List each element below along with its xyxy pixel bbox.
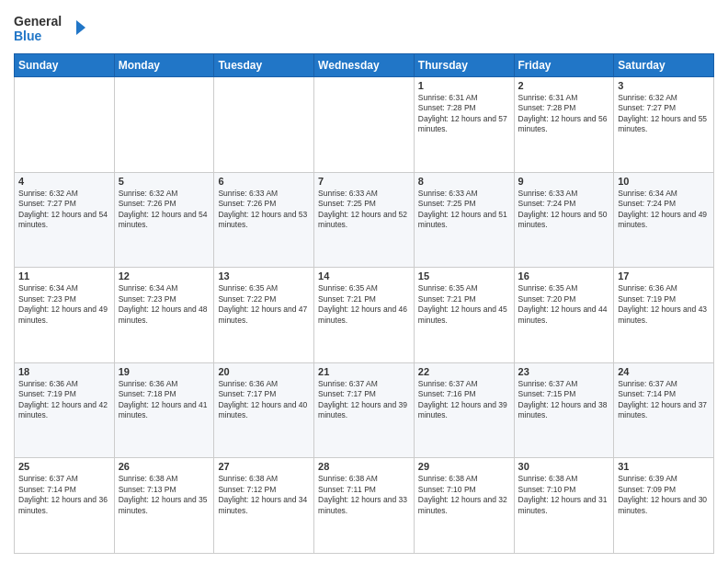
calendar-day-cell: 6Sunrise: 6:33 AM Sunset: 7:26 PM Daylig… [214, 172, 314, 268]
day-info: Sunrise: 6:32 AM Sunset: 7:26 PM Dayligh… [119, 189, 210, 231]
day-number: 12 [119, 270, 210, 282]
day-info: Sunrise: 6:33 AM Sunset: 7:25 PM Dayligh… [418, 189, 510, 231]
day-number: 7 [318, 176, 410, 187]
day-info: Sunrise: 6:31 AM Sunset: 7:28 PM Dayligh… [518, 93, 610, 135]
day-number: 17 [618, 270, 710, 282]
day-number: 22 [418, 366, 510, 377]
day-info: Sunrise: 6:34 AM Sunset: 7:23 PM Dayligh… [18, 283, 110, 326]
day-number: 19 [119, 366, 210, 377]
calendar-week-row: 1Sunrise: 6:31 AM Sunset: 7:28 PM Daylig… [15, 77, 714, 173]
logo-svg: General Blue [14, 9, 87, 46]
day-number: 25 [18, 461, 110, 472]
calendar-table: SundayMondayTuesdayWednesdayThursdayFrid… [14, 53, 714, 554]
calendar-day-cell: 12Sunrise: 6:34 AM Sunset: 7:23 PM Dayli… [114, 268, 214, 363]
day-info: Sunrise: 6:37 AM Sunset: 7:17 PM Dayligh… [318, 379, 410, 421]
calendar-day-cell: 21Sunrise: 6:37 AM Sunset: 7:17 PM Dayli… [314, 362, 415, 458]
day-info: Sunrise: 6:37 AM Sunset: 7:16 PM Dayligh… [418, 379, 510, 421]
calendar-day-cell: 13Sunrise: 6:35 AM Sunset: 7:22 PM Dayli… [214, 268, 314, 363]
calendar-day-cell: 29Sunrise: 6:38 AM Sunset: 7:10 PM Dayli… [414, 458, 514, 554]
day-info: Sunrise: 6:38 AM Sunset: 7:10 PM Dayligh… [418, 474, 510, 516]
day-number: 31 [618, 461, 710, 472]
day-number: 8 [418, 176, 510, 187]
calendar-day-cell: 15Sunrise: 6:35 AM Sunset: 7:21 PM Dayli… [414, 268, 514, 363]
day-number: 13 [218, 270, 310, 282]
calendar-day-cell: 31Sunrise: 6:39 AM Sunset: 7:09 PM Dayli… [614, 458, 714, 554]
day-info: Sunrise: 6:37 AM Sunset: 7:15 PM Dayligh… [518, 379, 610, 421]
calendar-day-cell: 20Sunrise: 6:36 AM Sunset: 7:17 PM Dayli… [214, 362, 314, 458]
calendar-header-row: SundayMondayTuesdayWednesdayThursdayFrid… [15, 54, 714, 77]
calendar-day-cell: 30Sunrise: 6:38 AM Sunset: 7:10 PM Dayli… [514, 458, 614, 554]
day-info: Sunrise: 6:32 AM Sunset: 7:27 PM Dayligh… [18, 189, 110, 231]
calendar-day-cell: 25Sunrise: 6:37 AM Sunset: 7:14 PM Dayli… [15, 458, 115, 554]
calendar-week-row: 11Sunrise: 6:34 AM Sunset: 7:23 PM Dayli… [15, 268, 714, 363]
day-number: 1 [418, 80, 510, 91]
svg-text:General: General [14, 14, 62, 29]
day-number: 20 [218, 366, 310, 377]
calendar-day-cell [114, 77, 214, 173]
day-info: Sunrise: 6:33 AM Sunset: 7:26 PM Dayligh… [218, 189, 310, 231]
day-number: 10 [618, 176, 710, 187]
calendar-day-header: Wednesday [314, 54, 415, 77]
day-number: 6 [218, 176, 310, 187]
day-info: Sunrise: 6:36 AM Sunset: 7:19 PM Dayligh… [18, 379, 110, 421]
calendar-day-cell: 9Sunrise: 6:33 AM Sunset: 7:24 PM Daylig… [514, 172, 614, 268]
calendar-day-cell: 28Sunrise: 6:38 AM Sunset: 7:11 PM Dayli… [314, 458, 415, 554]
day-info: Sunrise: 6:37 AM Sunset: 7:14 PM Dayligh… [18, 474, 110, 516]
day-info: Sunrise: 6:35 AM Sunset: 7:21 PM Dayligh… [418, 283, 510, 326]
svg-text:Blue: Blue [14, 29, 42, 43]
calendar-day-cell: 11Sunrise: 6:34 AM Sunset: 7:23 PM Dayli… [15, 268, 115, 363]
calendar-day-cell: 18Sunrise: 6:36 AM Sunset: 7:19 PM Dayli… [15, 362, 115, 458]
day-info: Sunrise: 6:33 AM Sunset: 7:24 PM Dayligh… [518, 189, 610, 231]
calendar-day-cell: 23Sunrise: 6:37 AM Sunset: 7:15 PM Dayli… [514, 362, 614, 458]
day-info: Sunrise: 6:38 AM Sunset: 7:13 PM Dayligh… [119, 474, 210, 516]
day-info: Sunrise: 6:38 AM Sunset: 7:10 PM Dayligh… [518, 474, 610, 516]
day-info: Sunrise: 6:38 AM Sunset: 7:12 PM Dayligh… [218, 474, 310, 516]
day-number: 2 [518, 80, 610, 91]
calendar-week-row: 4Sunrise: 6:32 AM Sunset: 7:27 PM Daylig… [15, 172, 714, 268]
calendar-day-cell: 26Sunrise: 6:38 AM Sunset: 7:13 PM Dayli… [114, 458, 214, 554]
day-info: Sunrise: 6:39 AM Sunset: 7:09 PM Dayligh… [618, 474, 710, 516]
day-number: 24 [618, 366, 710, 377]
day-info: Sunrise: 6:35 AM Sunset: 7:21 PM Dayligh… [318, 283, 410, 326]
calendar-day-cell: 16Sunrise: 6:35 AM Sunset: 7:20 PM Dayli… [514, 268, 614, 363]
calendar-day-cell: 5Sunrise: 6:32 AM Sunset: 7:26 PM Daylig… [114, 172, 214, 268]
day-info: Sunrise: 6:36 AM Sunset: 7:19 PM Dayligh… [618, 283, 710, 326]
day-number: 3 [618, 80, 710, 91]
calendar-day-cell: 24Sunrise: 6:37 AM Sunset: 7:14 PM Dayli… [614, 362, 714, 458]
calendar-day-cell: 22Sunrise: 6:37 AM Sunset: 7:16 PM Dayli… [414, 362, 514, 458]
day-number: 4 [18, 176, 110, 187]
day-number: 5 [119, 176, 210, 187]
day-info: Sunrise: 6:34 AM Sunset: 7:23 PM Dayligh… [119, 283, 210, 326]
calendar-day-cell: 3Sunrise: 6:32 AM Sunset: 7:27 PM Daylig… [614, 77, 714, 173]
day-info: Sunrise: 6:31 AM Sunset: 7:28 PM Dayligh… [418, 93, 510, 135]
calendar-day-cell: 19Sunrise: 6:36 AM Sunset: 7:18 PM Dayli… [114, 362, 214, 458]
calendar-week-row: 18Sunrise: 6:36 AM Sunset: 7:19 PM Dayli… [15, 362, 714, 458]
day-info: Sunrise: 6:34 AM Sunset: 7:24 PM Dayligh… [618, 189, 710, 231]
day-info: Sunrise: 6:32 AM Sunset: 7:27 PM Dayligh… [618, 93, 710, 135]
day-info: Sunrise: 6:36 AM Sunset: 7:18 PM Dayligh… [119, 379, 210, 421]
calendar-day-cell: 4Sunrise: 6:32 AM Sunset: 7:27 PM Daylig… [15, 172, 115, 268]
day-number: 9 [518, 176, 610, 187]
day-number: 27 [218, 461, 310, 472]
day-number: 30 [518, 461, 610, 472]
day-info: Sunrise: 6:37 AM Sunset: 7:14 PM Dayligh… [618, 379, 710, 421]
calendar-day-header: Sunday [15, 54, 115, 77]
day-info: Sunrise: 6:33 AM Sunset: 7:25 PM Dayligh… [318, 189, 410, 231]
day-number: 26 [119, 461, 210, 472]
day-number: 14 [318, 270, 410, 282]
calendar-day-cell [15, 77, 115, 173]
calendar-day-cell [214, 77, 314, 173]
day-number: 28 [318, 461, 410, 472]
calendar-day-header: Saturday [614, 54, 714, 77]
header: General Blue [14, 9, 714, 46]
calendar-day-header: Monday [114, 54, 214, 77]
calendar-week-row: 25Sunrise: 6:37 AM Sunset: 7:14 PM Dayli… [15, 458, 714, 554]
calendar-day-cell: 27Sunrise: 6:38 AM Sunset: 7:12 PM Dayli… [214, 458, 314, 554]
page: General Blue SundayMondayTuesdayWednesda… [0, 0, 728, 563]
calendar-day-cell: 14Sunrise: 6:35 AM Sunset: 7:21 PM Dayli… [314, 268, 415, 363]
calendar-day-cell: 7Sunrise: 6:33 AM Sunset: 7:25 PM Daylig… [314, 172, 415, 268]
day-number: 16 [518, 270, 610, 282]
calendar-day-header: Friday [514, 54, 614, 77]
calendar-day-cell: 2Sunrise: 6:31 AM Sunset: 7:28 PM Daylig… [514, 77, 614, 173]
logo: General Blue [14, 9, 87, 46]
